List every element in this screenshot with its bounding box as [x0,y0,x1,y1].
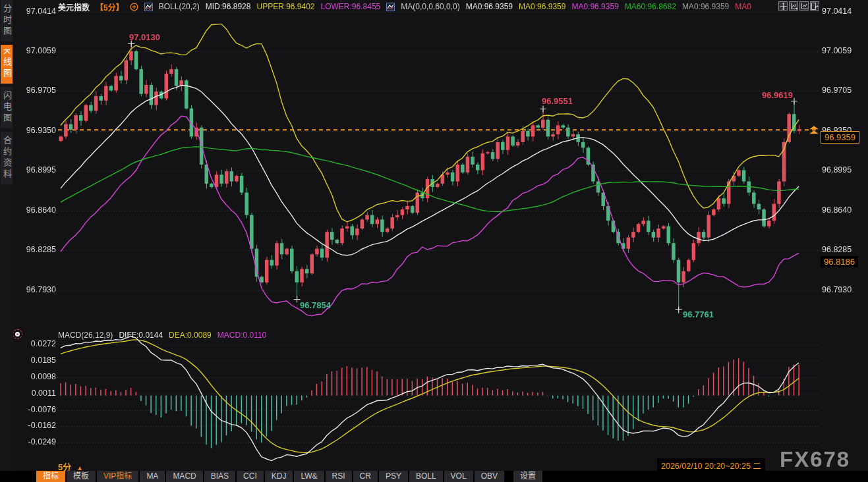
bar-time-range: 2026/02/10 20:20~20:25 二 [657,458,765,472]
brand-watermark: FX678 [780,447,850,472]
bottom-tab-11[interactable]: PSY [379,471,408,482]
ma-value-3: MA60:96.8682 [625,2,676,11]
price-axis-label: 97.0414 [18,7,56,16]
boll-lower-value: LOWER:96.8455 [321,2,381,11]
boll-title: BOLL(20,2) [159,2,200,11]
price-axis-label-right: 96.7930 [822,285,860,294]
ma-indicator-chip-icon[interactable] [386,3,395,11]
current-price-tag: 96.9359 [821,131,859,144]
bottom-tab-6[interactable]: CCI [237,471,264,482]
extreme-price-label-2: 96.9619 [762,90,793,100]
ma-value-5: MA0 [735,2,751,11]
bottom-tab-10[interactable]: CR [353,471,378,482]
macd-macd-value: MACD:0.0110 [217,331,266,340]
price-axis-label-right: 96.8285 [822,245,860,254]
price-axis-label-right: 96.9705 [822,86,860,95]
extreme-price-label-4: 96.7761 [683,309,714,319]
bottom-tab-8[interactable]: LW& [294,471,324,482]
price-axis-label: 97.0059 [18,46,56,55]
bottom-tab-0[interactable]: 指标 [36,471,65,482]
macd-diff-value: DIFF:0.0144 [119,331,163,340]
price-axis-label-right: 97.0414 [822,7,860,16]
period-tag[interactable]: 【5分】 [96,1,124,13]
macd-title: MACD(26,12,9) [58,331,113,340]
bottom-tab-3[interactable]: MA [140,471,165,482]
sidebar-tab-0[interactable]: 分时图 [1,0,13,41]
ma-value-0: MA0:96.9359 [466,2,513,11]
zoom-out-chart-icon[interactable] [799,1,809,11]
ma-value-1: MA0:96.9359 [519,2,565,11]
macd-axis-label: 0.0185 [18,356,56,365]
macd-dea-value: DEA:0.0089 [169,331,212,340]
bottom-tab-13[interactable]: VOL [444,471,473,482]
bottom-tab-12[interactable]: BOLL [409,471,443,482]
left-sidebar: 分时图K线图闪电图合约资料 [0,0,13,482]
bottom-toolbar: 指标模板VIP指标MAMACDBIASCCIKDJLW&RSICRPSYBOLL… [0,471,868,482]
symbol-name: 美元指数 [58,1,90,13]
ma-value-4: MA0:96.9359 [682,2,729,11]
boll-mid-value: MID:96.8928 [206,2,251,11]
macd-axis-label: -0.0076 [18,405,56,414]
price-axis-label-right: 97.0059 [822,46,860,55]
price-axis-label: 96.8285 [18,245,56,254]
macd-axis-label: 0.0098 [18,372,56,381]
macd-header: MACD(26,12,9) DIFF:0.0144 DEA:0.0089 MAC… [58,331,266,340]
bottom-tab-7[interactable]: KDJ [265,471,293,482]
price-axis-label: 96.7930 [18,285,56,294]
bottom-tab-9[interactable]: RSI [326,471,352,482]
macd-axis-label: -0.0162 [18,421,56,430]
extreme-price-label-3: 96.7854 [300,300,331,310]
trading-app-window: 分时图K线图闪电图合约资料 美元指数 【5分】 BOLL(20,2) MID:9… [0,0,868,482]
macd-axis-label: -0.0249 [18,437,56,446]
sidebar-tab-2[interactable]: 闪电图 [1,87,13,128]
price-axis-label: 96.9705 [18,86,56,95]
record-indicator-icon [13,329,22,339]
ma-values: MA0:96.9359MA0:96.9359MA0:96.9359MA60:96… [466,2,751,11]
price-axis-label: 96.8640 [18,205,56,215]
sidebar-tab-1[interactable]: K线图 [1,45,13,84]
bottom-tab-15[interactable]: 设置 [513,471,542,482]
chart-header: 美元指数 【5分】 BOLL(20,2) MID:96.8928 UPPER:9… [58,1,751,12]
boll-indicator-chip-icon[interactable] [144,3,153,11]
price-axis-label: 96.8995 [18,165,56,174]
extreme-price-label-1: 96.9551 [542,96,573,106]
macd-axis-label: 0.0272 [18,339,56,348]
collapse-panel-icon[interactable] [810,1,819,11]
pan-crosshair-icon[interactable] [778,1,788,11]
chart-toolbar [778,1,819,11]
circle-plus-icon[interactable] [130,3,138,11]
price-chart-canvas[interactable] [0,0,868,482]
macd-axis-label: 0.0011 [18,388,56,398]
price-axis-label-right: 96.8995 [822,165,860,174]
bottom-tab-2[interactable]: VIP指标 [97,471,138,482]
ma-title: MA(0,0,0,60,0,0) [401,2,459,11]
bottom-tab-5[interactable]: BIAS [204,471,235,482]
reference-price-tag: 96.8186 [821,256,858,267]
price-axis-label-right: 96.8640 [822,205,860,215]
zoom-in-chart-icon[interactable] [789,1,798,11]
extreme-price-label-0: 97.0130 [129,32,160,42]
ma-value-2: MA0:96.9359 [571,2,618,11]
bottom-tab-14[interactable]: OBV [475,471,504,482]
boll-upper-value: UPPER:96.9402 [256,2,314,11]
price-axis-label: 96.9350 [18,126,56,135]
bottom-tab-1[interactable]: 模板 [67,471,96,482]
bottom-tab-4[interactable]: MACD [166,471,202,482]
sidebar-tab-3[interactable]: 合约资料 [1,132,13,184]
